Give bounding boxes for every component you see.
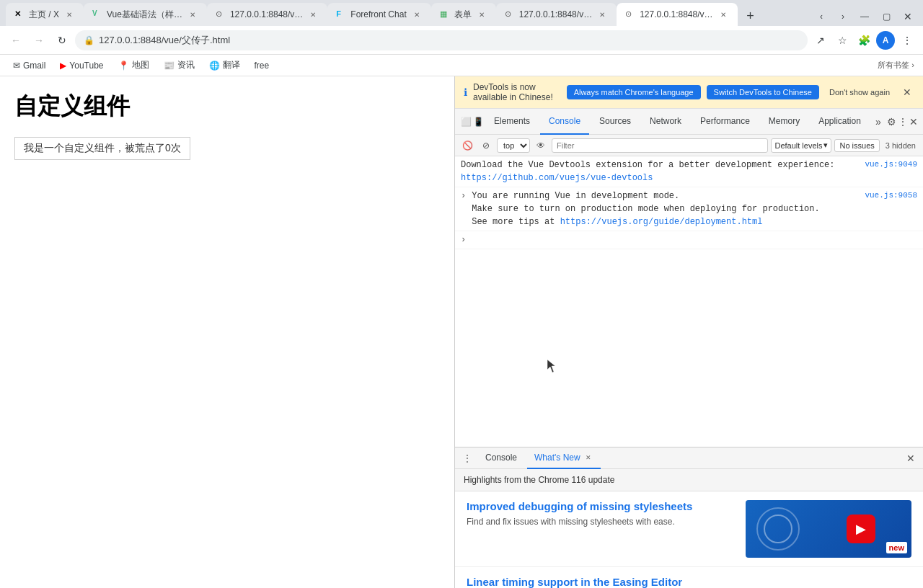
console-link-1[interactable]: https://github.com/vuejs/vue-devtools bbox=[461, 173, 653, 183]
context-select[interactable]: top bbox=[497, 138, 530, 153]
bookmark-free[interactable]: free bbox=[250, 59, 274, 72]
bottom-tab-whats-new[interactable]: What's New ✕ bbox=[527, 447, 601, 469]
devtools-hidden-count: 3 hidden bbox=[883, 140, 919, 151]
youtube-play-button[interactable]: ▶ bbox=[847, 514, 875, 543]
console-source-2[interactable]: vue.js:9058 bbox=[865, 190, 917, 202]
all-bookmarks[interactable]: 所有书签 › bbox=[878, 60, 914, 71]
devtools-eye-button[interactable]: 👁 bbox=[533, 138, 549, 153]
devtools-close-icon[interactable]: ✕ bbox=[909, 112, 918, 132]
devtools-console-filter-toggle[interactable]: ⊘ bbox=[478, 138, 494, 153]
tab-4[interactable]: F Forefront Chat ✕ bbox=[327, 3, 430, 26]
news-label: 资讯 bbox=[177, 59, 195, 71]
tab-6[interactable]: ⊙ 127.0.0.1:8848/v… ✕ bbox=[496, 3, 617, 26]
tab-5[interactable]: ▦ 表单 ✕ bbox=[431, 3, 496, 26]
banner-switch-language-button[interactable]: Switch DevTools to Chinese bbox=[707, 85, 819, 99]
tab-1-close[interactable]: ✕ bbox=[63, 9, 75, 20]
tab-2-title: Vue基础语法（样… bbox=[107, 9, 182, 21]
bookmark-translate[interactable]: 🌐 翻译 bbox=[205, 58, 244, 73]
whats-new-item-2: Linear timing support in the Easing Edit… bbox=[455, 567, 923, 588]
banner-close-button[interactable]: ✕ bbox=[900, 85, 914, 99]
profile-avatar: A bbox=[876, 31, 895, 50]
tab-scroll-left[interactable]: ‹ bbox=[812, 7, 831, 26]
console-arrow-2[interactable]: › bbox=[461, 190, 466, 202]
back-button[interactable]: ← bbox=[6, 30, 26, 50]
tab-controls: ‹ › — ▢ ✕ bbox=[812, 7, 917, 26]
console-entry-3: › bbox=[455, 231, 923, 249]
console-msg-2: You are running Vue in development mode.… bbox=[472, 190, 859, 228]
devtools-bottom-menu[interactable]: ⋮ bbox=[459, 450, 475, 466]
whats-new-header: Highlights from the Chrome 116 update bbox=[455, 469, 923, 491]
whats-new-item-2-title[interactable]: Linear timing support in the Easing Edit… bbox=[467, 576, 911, 588]
devtools-level-select[interactable]: Default levels ▾ bbox=[771, 138, 831, 153]
whats-new-item-1-text: Improved debugging of missing stylesheet… bbox=[467, 500, 734, 558]
reload-button[interactable]: ↻ bbox=[52, 30, 72, 50]
tab-3-title: 127.0.0.1:8848/v… bbox=[230, 9, 303, 19]
bottom-whats-new-close[interactable]: ✕ bbox=[583, 453, 593, 463]
devtools-more-tabs[interactable]: » bbox=[871, 109, 886, 135]
tab-elements[interactable]: Elements bbox=[485, 109, 539, 135]
tab-1[interactable]: ✕ 主页 / X ✕ bbox=[6, 3, 84, 26]
devtools-bottom-close[interactable]: ✕ bbox=[903, 450, 919, 466]
profile-button[interactable]: A bbox=[875, 30, 896, 50]
tab-performance[interactable]: Performance bbox=[692, 109, 759, 135]
tab-bar: ✕ 主页 / X ✕ V Vue基础语法（样… ✕ ⊙ 127.0.0.1:88… bbox=[0, 0, 923, 26]
address-bar[interactable]: 🔒 127.0.0.1:8848/vue/父传子.html bbox=[75, 30, 808, 50]
devtools-inspect-button[interactable]: ⬜ bbox=[461, 114, 472, 130]
tab-3[interactable]: ⊙ 127.0.0.1:8848/v… ✕ bbox=[207, 3, 327, 26]
bookmark-youtube[interactable]: ▶ YouTube bbox=[56, 59, 107, 72]
bookmark-button[interactable]: ☆ bbox=[832, 30, 852, 50]
devtools-console-clear[interactable]: 🚫 bbox=[459, 138, 475, 153]
tab-6-close[interactable]: ✕ bbox=[596, 9, 608, 20]
devtools-dock-icon[interactable]: ⋮ bbox=[898, 112, 908, 132]
console-link-2[interactable]: https://vuejs.org/guide/deployment.html bbox=[560, 217, 763, 227]
new-tab-button[interactable]: + bbox=[741, 6, 761, 26]
console-source-1[interactable]: vue.js:9049 bbox=[865, 159, 917, 171]
devtools-toolbar: ⬜ 📱 Elements Console Sources Network Per… bbox=[455, 109, 923, 135]
page-content: 自定义组件 我是一个自定义组件，被荒点了0次 bbox=[0, 76, 454, 588]
devtools-bottom-drawer: ⋮ Console What's New ✕ ✕ Highlights from… bbox=[455, 447, 923, 588]
custom-component-box[interactable]: 我是一个自定义组件，被荒点了0次 bbox=[14, 137, 190, 160]
menu-button[interactable]: ⋮ bbox=[897, 30, 917, 50]
tab-3-close[interactable]: ✕ bbox=[307, 9, 319, 20]
tab-scroll-right[interactable]: › bbox=[834, 7, 852, 26]
banner-match-language-button[interactable]: Always match Chrome's language bbox=[567, 85, 701, 99]
devtools-device-button[interactable]: 📱 bbox=[473, 114, 484, 130]
tab-5-title: 表单 bbox=[454, 9, 472, 21]
tab-7[interactable]: ⊙ 127.0.0.1:8848/v… ✕ bbox=[617, 3, 737, 26]
new-badge: new bbox=[886, 542, 907, 553]
tab-network[interactable]: Network bbox=[641, 109, 690, 135]
devtools-banner: ℹ DevTools is now available in Chinese! … bbox=[455, 76, 923, 109]
banner-dont-show-button[interactable]: Don't show again bbox=[825, 85, 894, 99]
bookmark-map[interactable]: 📍 地图 bbox=[114, 58, 154, 73]
tab-4-favicon: F bbox=[336, 9, 346, 19]
level-text: Default levels bbox=[774, 141, 822, 150]
whats-new-item-1: Improved debugging of missing stylesheet… bbox=[455, 491, 923, 567]
forward-button[interactable]: → bbox=[29, 30, 49, 50]
nav-right-buttons: ↗ ☆ 🧩 A ⋮ bbox=[811, 30, 917, 50]
bookmark-gmail[interactable]: ✉ Gmail bbox=[9, 59, 50, 72]
tab-2[interactable]: V Vue基础语法（样… ✕ bbox=[84, 3, 207, 26]
banner-info-icon: ℹ bbox=[464, 86, 467, 98]
minimize-button[interactable]: — bbox=[855, 7, 874, 26]
bottom-tab-console[interactable]: Console bbox=[478, 447, 524, 469]
devtools-settings-icon[interactable]: ⚙ bbox=[887, 112, 896, 132]
tab-console[interactable]: Console bbox=[540, 109, 589, 135]
tab-memory[interactable]: Memory bbox=[760, 109, 808, 135]
tab-application[interactable]: Application bbox=[810, 109, 870, 135]
devtools-filter-input[interactable] bbox=[552, 138, 768, 153]
bookmark-news[interactable]: 📰 资讯 bbox=[159, 58, 199, 73]
extensions-button[interactable]: 🧩 bbox=[854, 30, 874, 50]
tab-7-close[interactable]: ✕ bbox=[717, 9, 729, 20]
tab-2-close[interactable]: ✕ bbox=[187, 9, 198, 20]
content-area: 自定义组件 我是一个自定义组件，被荒点了0次 ℹ DevTools is now… bbox=[0, 76, 923, 588]
console-arrow-3[interactable]: › bbox=[461, 233, 466, 246]
tab-4-close[interactable]: ✕ bbox=[411, 9, 423, 20]
tab-6-title: 127.0.0.1:8848/v… bbox=[519, 9, 592, 19]
tab-5-close[interactable]: ✕ bbox=[476, 9, 487, 20]
whats-new-item-1-title[interactable]: Improved debugging of missing stylesheet… bbox=[467, 500, 734, 512]
maximize-button[interactable]: ▢ bbox=[877, 7, 896, 26]
close-button[interactable]: ✕ bbox=[898, 7, 917, 26]
tab-sources[interactable]: Sources bbox=[591, 109, 640, 135]
whats-new-thumbnail[interactable]: ▶ new bbox=[746, 500, 911, 558]
page-share-button[interactable]: ↗ bbox=[811, 30, 831, 50]
